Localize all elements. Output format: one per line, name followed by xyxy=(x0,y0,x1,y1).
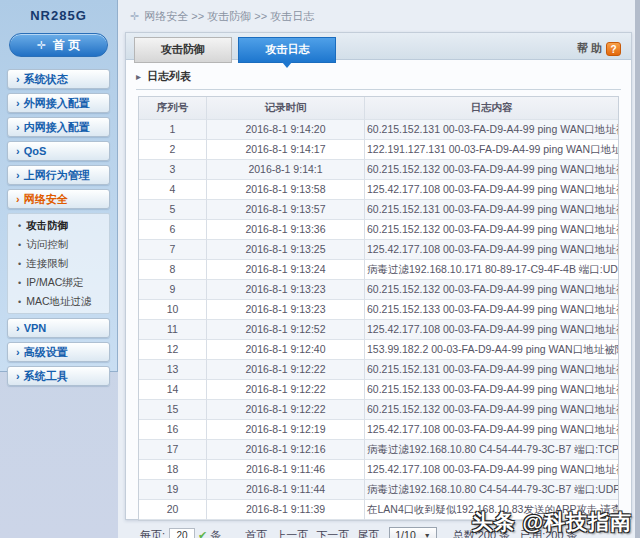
table-row: 16 2016-8-1 9:12:19 125.42.177.108 00-03… xyxy=(139,420,618,440)
first-page-link[interactable]: 首页 xyxy=(245,528,267,538)
cell-time: 2016-8-1 9:12:19 xyxy=(207,420,365,440)
submenu-item[interactable]: •访问控制 xyxy=(8,235,109,254)
chevron-right-icon: › xyxy=(16,322,20,334)
sidebar-menu-item[interactable]: ›上网行为管理 xyxy=(7,165,110,185)
cell-serial: 20 xyxy=(139,500,207,520)
bullet-icon: • xyxy=(18,259,21,269)
chevron-down-icon: ▼ xyxy=(424,532,431,538)
cell-serial: 6 xyxy=(139,220,207,240)
cell-serial: 7 xyxy=(139,240,207,260)
table-row: 18 2016-8-1 9:11:46 125.42.177.108 00-03… xyxy=(139,460,618,480)
column-header-content: 日志内容 xyxy=(365,97,618,120)
column-header-serial: 序列号 xyxy=(139,97,207,120)
cell-time: 2016-8-1 9:13:25 xyxy=(207,240,365,260)
cell-time: 2016-8-1 9:13:36 xyxy=(207,220,365,240)
triangle-right-icon: ▸ xyxy=(136,71,141,82)
last-page-link[interactable]: 尾页 xyxy=(357,528,379,538)
table-body: 1 2016-8-1 9:14:20 60.215.152.131 00-03-… xyxy=(139,120,618,520)
cell-time: 2016-8-1 9:13:58 xyxy=(207,180,365,200)
cell-serial: 14 xyxy=(139,380,207,400)
device-title: NR285G xyxy=(0,8,117,23)
question-mark-icon: ? xyxy=(606,42,621,56)
table-row: 2 2016-8-1 9:14:17 122.191.127.131 00-03… xyxy=(139,140,618,160)
sidebar-menu-item[interactable]: ›内网接入配置 xyxy=(7,117,110,137)
chevron-right-icon: › xyxy=(16,346,20,358)
chevron-right-icon: › xyxy=(16,370,20,382)
submenu-item[interactable]: •MAC地址过滤 xyxy=(8,292,109,311)
cell-serial: 9 xyxy=(139,280,207,300)
sidebar-menu-item[interactable]: ›系统状态 xyxy=(7,69,110,89)
chevron-right-icon: › xyxy=(16,97,20,109)
cell-serial: 8 xyxy=(139,260,207,280)
sidebar-menu-item[interactable]: ›QoS xyxy=(7,141,110,161)
cell-content: 病毒过滤192.168.10.80 C4-54-44-79-3C-B7 端口:T… xyxy=(365,440,618,460)
cell-time: 2016-8-1 9:13:57 xyxy=(207,200,365,220)
cell-time: 2016-8-1 9:12:22 xyxy=(207,380,365,400)
security-submenu: •攻击防御 •访问控制 •连接限制 •IP/MAC绑定 •MAC地址过滤 xyxy=(7,213,110,314)
cell-content: 60.215.152.132 00-03-FA-D9-A4-99 ping WA… xyxy=(365,280,618,300)
check-icon[interactable]: ✔ xyxy=(198,529,207,538)
cell-serial: 11 xyxy=(139,320,207,340)
section-title: ▸ 日志列表 xyxy=(136,69,631,84)
cell-time: 2016-8-1 9:13:23 xyxy=(207,300,365,320)
next-page-link[interactable]: 下一页 xyxy=(316,528,349,538)
sidebar-menu-item[interactable]: ›VPN xyxy=(7,318,110,338)
cell-serial: 12 xyxy=(139,340,207,360)
tab-strip: 攻击防御 攻击日志 帮 助 ? xyxy=(126,33,631,60)
cell-serial: 10 xyxy=(139,300,207,320)
tab-attack-defense[interactable]: 攻击防御 xyxy=(134,37,232,63)
cell-serial: 18 xyxy=(139,460,207,480)
table-row: 19 2016-8-1 9:11:44 病毒过滤192.168.10.80 C4… xyxy=(139,480,618,500)
submenu-item[interactable]: •攻击防御 xyxy=(8,216,109,235)
help-button[interactable]: 帮 助 ? xyxy=(577,41,621,56)
bullet-icon: • xyxy=(18,278,21,288)
cell-time: 2016-8-1 9:14:20 xyxy=(207,120,365,140)
cell-content: 125.42.177.108 00-03-FA-D9-A4-99 ping WA… xyxy=(365,240,618,260)
cell-content: 125.42.177.108 00-03-FA-D9-A4-99 ping WA… xyxy=(365,420,618,440)
cell-content: 60.215.152.133 00-03-FA-D9-A4-99 ping WA… xyxy=(365,380,618,400)
cell-serial: 16 xyxy=(139,420,207,440)
table-row: 4 2016-8-1 9:13:58 125.42.177.108 00-03-… xyxy=(139,180,618,200)
chevron-right-icon: › xyxy=(16,121,20,133)
table-row: 15 2016-8-1 9:12:22 60.215.152.132 00-03… xyxy=(139,400,618,420)
cell-content: 60.215.152.131 00-03-FA-D9-A4-99 ping WA… xyxy=(365,360,618,380)
per-page-unit: 条 xyxy=(210,528,221,538)
cell-time: 2016-8-1 9:13:24 xyxy=(207,260,365,280)
sidebar-menu-item[interactable]: ›高级设置 xyxy=(7,342,110,362)
table-row: 1 2016-8-1 9:14:20 60.215.152.131 00-03-… xyxy=(139,120,618,140)
cell-time: 2016-8-1 9:12:40 xyxy=(207,340,365,360)
sidebar-menu-item[interactable]: ›系统工具 xyxy=(7,366,110,386)
main-area: ✛ 网络安全 >> 攻击防御 >> 攻击日志 攻击防御 攻击日志 帮 助 ? ▸… xyxy=(118,0,640,538)
cell-serial: 3 xyxy=(139,160,207,180)
page-select[interactable]: 1/10 ▼ xyxy=(389,527,436,538)
cell-serial: 5 xyxy=(139,200,207,220)
cell-time: 2016-8-1 9:11:46 xyxy=(207,460,365,480)
home-icon: ✛ xyxy=(37,39,46,52)
submenu-item[interactable]: •连接限制 xyxy=(8,254,109,273)
cell-time: 2016-8-1 9:13:23 xyxy=(207,280,365,300)
log-table: 序列号 记录时间 日志内容 1 2016-8-1 9:14:20 60.215.… xyxy=(138,96,619,521)
cell-content: 125.42.177.108 00-03-FA-D9-A4-99 ping WA… xyxy=(365,180,618,200)
table-row: 17 2016-8-1 9:12:16 病毒过滤192.168.10.80 C4… xyxy=(139,440,618,460)
content-panel: 攻击防御 攻击日志 帮 助 ? ▸ 日志列表 序列号 记录时间 日志内容 1 2… xyxy=(125,32,632,520)
prev-page-link[interactable]: 上一页 xyxy=(275,528,308,538)
cell-serial: 19 xyxy=(139,480,207,500)
submenu-item[interactable]: •IP/MAC绑定 xyxy=(8,273,109,292)
home-button[interactable]: ✛ 首 页 xyxy=(9,33,108,57)
sidebar-menu-item-security[interactable]: ›网络安全 xyxy=(7,189,110,209)
cell-content: 60.215.152.131 00-03-FA-D9-A4-99 ping WA… xyxy=(365,120,618,140)
cell-time: 2016-8-1 9:11:44 xyxy=(207,480,365,500)
chevron-right-icon: › xyxy=(16,169,20,181)
cell-content: 病毒过滤192.168.10.80 C4-54-44-79-3C-B7 端口:U… xyxy=(365,480,618,500)
cell-content: 60.215.152.132 00-03-FA-D9-A4-99 ping WA… xyxy=(365,220,618,240)
table-row: 11 2016-8-1 9:12:52 125.42.177.108 00-03… xyxy=(139,320,618,340)
sidebar-menu-item[interactable]: ›外网接入配置 xyxy=(7,93,110,113)
breadcrumb: ✛ 网络安全 >> 攻击防御 >> 攻击日志 xyxy=(130,9,314,24)
divider xyxy=(136,89,621,90)
cell-content: 122.191.127.131 00-03-FA-D9-A4-99 ping W… xyxy=(365,140,618,160)
chevron-right-icon: › xyxy=(16,73,20,85)
tab-attack-log[interactable]: 攻击日志 xyxy=(238,37,336,63)
chevron-right-icon: › xyxy=(16,193,20,205)
per-page-input[interactable] xyxy=(169,528,195,538)
cell-time: 2016-8-1 9:12:52 xyxy=(207,320,365,340)
